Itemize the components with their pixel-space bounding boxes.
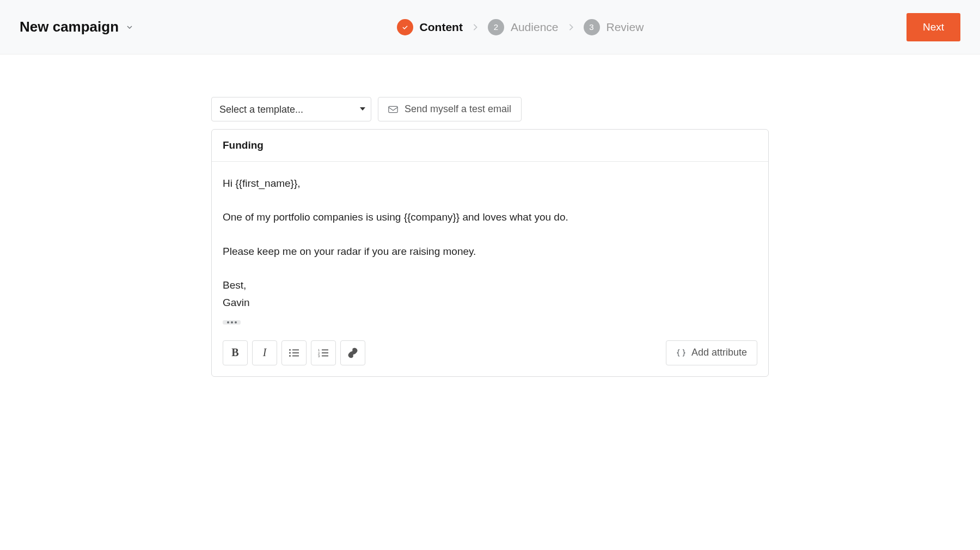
- send-test-email-label: Send myself a test email: [405, 103, 511, 115]
- next-button[interactable]: Next: [906, 13, 960, 41]
- step-label: Audience: [511, 21, 559, 34]
- step-review[interactable]: 3 Review: [584, 19, 644, 35]
- chevron-right-icon: [568, 23, 574, 31]
- body-line: Best,: [223, 277, 757, 294]
- bullet-list-button[interactable]: [281, 340, 307, 365]
- content-step-page: Select a template... Send myself a test …: [211, 54, 769, 399]
- wizard-steps: Content 2 Audience 3 Review: [397, 19, 644, 35]
- step-number-badge: 3: [584, 19, 600, 35]
- svg-rect-1: [389, 106, 397, 112]
- body-line: Hi {{first_name}},: [223, 175, 757, 192]
- chevron-down-icon: [125, 23, 134, 32]
- add-attribute-button[interactable]: Add attribute: [666, 340, 757, 365]
- content-toolbar: Select a template... Send myself a test …: [211, 97, 769, 121]
- ellipsis-icon: [227, 321, 229, 323]
- email-body-input[interactable]: Hi {{first_name}}, One of my portfolio c…: [212, 162, 768, 333]
- template-select-wrap: Select a template...: [211, 97, 371, 121]
- mail-icon: [388, 106, 398, 113]
- svg-point-4: [289, 352, 291, 353]
- svg-point-2: [289, 349, 291, 351]
- body-line: One of my portfolio companies is using {…: [223, 209, 757, 226]
- bold-icon: B: [231, 346, 238, 359]
- numbered-list-icon: 1 2 3: [318, 349, 329, 357]
- header-bar: New campaign Content 2 Audience 3 Review…: [0, 0, 980, 54]
- italic-icon: I: [263, 346, 267, 359]
- email-subject-input[interactable]: Funding: [212, 130, 768, 162]
- chevron-right-icon: [473, 23, 478, 31]
- step-audience[interactable]: 2 Audience: [488, 19, 559, 35]
- check-icon: [397, 19, 413, 35]
- step-label: Content: [420, 21, 463, 34]
- body-line: Please keep me on your radar if you are …: [223, 243, 757, 260]
- link-icon: [347, 347, 358, 358]
- ellipsis-icon: [231, 321, 233, 323]
- svg-point-6: [289, 355, 291, 357]
- step-label: Review: [607, 21, 644, 34]
- email-editor: Funding Hi {{first_name}}, One of my por…: [211, 129, 769, 377]
- numbered-list-button[interactable]: 1 2 3: [311, 340, 336, 365]
- template-select[interactable]: Select a template...: [211, 97, 371, 121]
- step-content[interactable]: Content: [397, 19, 463, 35]
- bullet-list-icon: [289, 349, 299, 357]
- step-number-badge: 2: [488, 19, 504, 35]
- ellipsis-icon: [235, 321, 237, 323]
- braces-icon: [676, 348, 686, 358]
- campaign-title-dropdown[interactable]: New campaign: [20, 19, 134, 35]
- svg-text:3: 3: [318, 355, 320, 357]
- signature-toggle[interactable]: [223, 320, 241, 325]
- format-button-group: B I 1: [223, 340, 365, 365]
- add-attribute-label: Add attribute: [691, 347, 747, 358]
- campaign-title: New campaign: [20, 19, 119, 35]
- format-toolbar: B I 1: [212, 333, 768, 376]
- bold-button[interactable]: B: [223, 340, 248, 365]
- italic-button[interactable]: I: [252, 340, 277, 365]
- send-test-email-button[interactable]: Send myself a test email: [378, 97, 522, 121]
- link-button[interactable]: [340, 340, 365, 365]
- body-line: Gavin: [223, 294, 757, 311]
